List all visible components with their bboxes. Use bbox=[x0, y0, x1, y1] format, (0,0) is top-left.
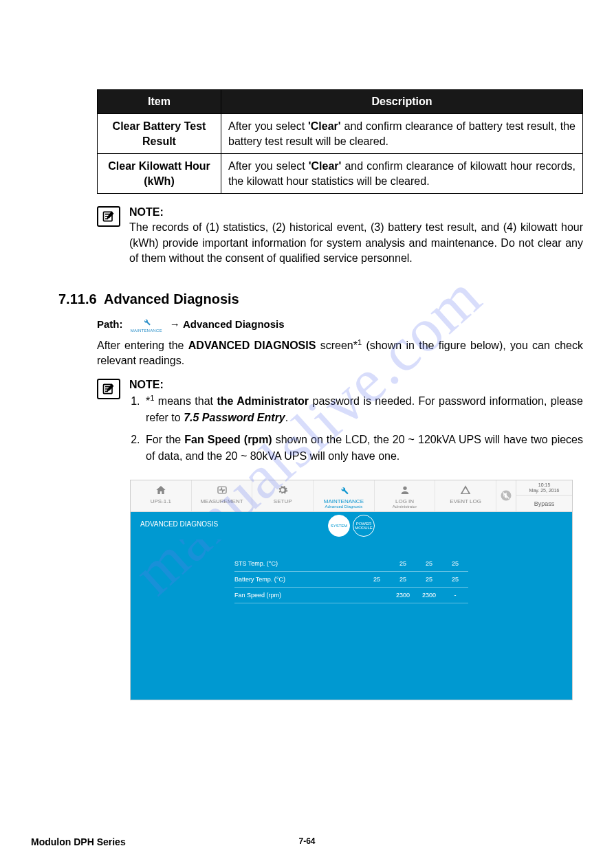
toolbar-label: EVENT LOG bbox=[437, 498, 494, 504]
alert-icon bbox=[437, 485, 494, 497]
home-icon bbox=[132, 485, 190, 497]
diag-value: 25 bbox=[390, 576, 416, 583]
clear-items-table: Item Description Clear Battery Test Resu… bbox=[97, 89, 583, 194]
diag-row: Fan Speed (rpm) 2300 2300 - bbox=[234, 588, 468, 603]
text: After you select bbox=[228, 120, 308, 132]
text-bold: the Administrator bbox=[217, 395, 309, 407]
toolbar-eventlog[interactable]: EVENT LOG bbox=[435, 480, 496, 511]
toolbar-right: 10:15 May. 25, 2016 Bypass bbox=[516, 480, 572, 511]
screenshot-subheader: ADVANCED DIAGNOSIS SYSTEM POWER MODULE bbox=[131, 512, 572, 539]
text: After you select bbox=[228, 160, 309, 172]
section-number: 7.11.6 bbox=[58, 291, 97, 307]
diag-label: STS Temp. (°C) bbox=[234, 560, 364, 567]
maintenance-icon: MAINTENANCE bbox=[126, 317, 167, 333]
diag-label: Battery Temp. (°C) bbox=[234, 576, 364, 583]
table-row: Clear Kilowatt Hour (kWh) After you sele… bbox=[98, 154, 583, 194]
table-item-desc: After you select 'Clear' and confirm cle… bbox=[221, 154, 583, 194]
footer-page: 7-64 bbox=[298, 836, 315, 846]
toolbar-sublabel: Administrator bbox=[376, 504, 434, 509]
text: means that bbox=[154, 395, 217, 407]
toolbar-maintenance[interactable]: MAINTENANCE Advanced Diagnosis bbox=[314, 480, 375, 511]
tab-power-module[interactable]: POWER MODULE bbox=[353, 515, 375, 537]
clear-bold: 'Clear' bbox=[309, 160, 342, 172]
tab-system[interactable]: SYSTEM bbox=[328, 515, 350, 537]
text: After entering the bbox=[97, 340, 188, 351]
screenshot-toolbar: UPS-1.1 MEASUREMENT SETUP MAINTENANCE Ad… bbox=[131, 480, 572, 512]
diagnosis-table: STS Temp. (°C) 25 25 25 Battery Temp. (°… bbox=[234, 556, 468, 603]
diag-value: 25 bbox=[364, 576, 390, 583]
diag-value: - bbox=[442, 592, 468, 599]
table-item-name: Clear Kilowatt Hour (kWh) bbox=[98, 154, 221, 194]
diag-row: Battery Temp. (°C) 25 25 25 25 bbox=[234, 572, 468, 588]
note-block: NOTE: The records of (1) statistics, (2)… bbox=[97, 206, 583, 266]
text-bold: Fan Speed (rpm) bbox=[184, 434, 272, 445]
table-header-item: Item bbox=[98, 90, 221, 114]
table-item-name: Clear Battery Test Result bbox=[98, 114, 221, 154]
clock-time: 10:15 bbox=[516, 482, 572, 488]
toolbar-clock: 10:15 May. 25, 2016 bbox=[516, 480, 572, 496]
diag-value: 2300 bbox=[390, 592, 416, 599]
diag-value: 25 bbox=[390, 560, 416, 567]
subheader-title: ADVANCED DIAGNOSIS bbox=[140, 518, 218, 528]
table-header-description: Description bbox=[221, 90, 583, 114]
diag-value: 2300 bbox=[416, 592, 442, 599]
toolbar-status: Bypass bbox=[516, 496, 572, 511]
diag-value: 25 bbox=[416, 576, 442, 583]
path-line: Path: MAINTENANCE → Advanced Diagnosis bbox=[97, 317, 583, 333]
ref-link: 7.5 Password Entry bbox=[184, 412, 285, 423]
toolbar-label: UPS-1.1 bbox=[132, 498, 190, 504]
lcd-screenshot: UPS-1.1 MEASUREMENT SETUP MAINTENANCE Ad… bbox=[130, 480, 573, 700]
toolbar-label: MEASUREMENT bbox=[193, 498, 251, 504]
toolbar-setup[interactable]: SETUP bbox=[252, 480, 314, 511]
note-title: NOTE: bbox=[129, 379, 583, 391]
page-footer: Modulon DPH Series 7-64 bbox=[31, 836, 583, 847]
table-item-desc: After you select 'Clear' and confirm cle… bbox=[221, 114, 583, 154]
note-text: The records of (1) statistics, (2) histo… bbox=[129, 220, 583, 266]
gear-icon bbox=[254, 485, 311, 497]
diag-value bbox=[364, 560, 390, 567]
note-list: *1 means that the Administrator password… bbox=[129, 392, 583, 465]
pulse-icon bbox=[193, 485, 251, 497]
path-arrow: → bbox=[170, 318, 180, 330]
clear-bold: 'Clear' bbox=[308, 120, 341, 132]
note-icon bbox=[97, 379, 120, 399]
text: For the bbox=[146, 434, 184, 445]
page: manualslive.com Item Description Clear B… bbox=[0, 0, 614, 868]
clock-date: May. 25, 2016 bbox=[516, 488, 572, 493]
toolbar-measurement[interactable]: MEASUREMENT bbox=[192, 480, 253, 511]
toolbar-ups[interactable]: UPS-1.1 bbox=[131, 480, 192, 511]
note-title: NOTE: bbox=[129, 206, 583, 219]
toolbar-label: LOG IN bbox=[376, 498, 434, 504]
toolbar-sublabel: Advanced Diagnosis bbox=[315, 504, 373, 509]
note-icon bbox=[97, 206, 120, 227]
text-bold: ADVANCED DIAGNOSIS bbox=[188, 340, 316, 351]
diag-value: 25 bbox=[442, 560, 468, 567]
diag-value: 25 bbox=[416, 560, 442, 567]
text: screen* bbox=[316, 340, 358, 351]
intro-paragraph: After entering the ADVANCED DIAGNOSIS sc… bbox=[97, 337, 583, 369]
section-title: Advanced Diagnosis bbox=[104, 291, 239, 307]
toolbar-login[interactable]: LOG IN Administrator bbox=[375, 480, 436, 511]
diag-value bbox=[364, 592, 390, 599]
wrench-icon bbox=[315, 485, 373, 497]
user-icon bbox=[376, 485, 434, 497]
svg-point-3 bbox=[403, 487, 406, 490]
text: . bbox=[285, 412, 288, 423]
list-item: *1 means that the Administrator password… bbox=[143, 392, 583, 426]
subheader-tabs: SYSTEM POWER MODULE bbox=[328, 515, 375, 537]
maintenance-icon-label: MAINTENANCE bbox=[126, 329, 167, 333]
path-label: Path: bbox=[97, 318, 123, 330]
toolbar-mute[interactable] bbox=[496, 480, 516, 511]
screenshot-body: STS Temp. (°C) 25 25 25 Battery Temp. (°… bbox=[131, 539, 572, 700]
toolbar-label: MAINTENANCE bbox=[315, 498, 373, 504]
path-dest: Advanced Diagnosis bbox=[183, 318, 285, 330]
table-row: Clear Battery Test Result After you sele… bbox=[98, 114, 583, 154]
section-heading: 7.11.6 Advanced Diagnosis bbox=[58, 291, 583, 307]
diag-label: Fan Speed (rpm) bbox=[234, 592, 364, 599]
note-block: NOTE: *1 means that the Administrator pa… bbox=[97, 379, 583, 470]
diag-value: 25 bbox=[442, 576, 468, 583]
list-item: For the Fan Speed (rpm) shown on the LCD… bbox=[143, 432, 583, 465]
footer-series: Modulon DPH Series bbox=[31, 836, 126, 847]
diag-row: STS Temp. (°C) 25 25 25 bbox=[234, 556, 468, 572]
toolbar-label: SETUP bbox=[254, 498, 311, 504]
